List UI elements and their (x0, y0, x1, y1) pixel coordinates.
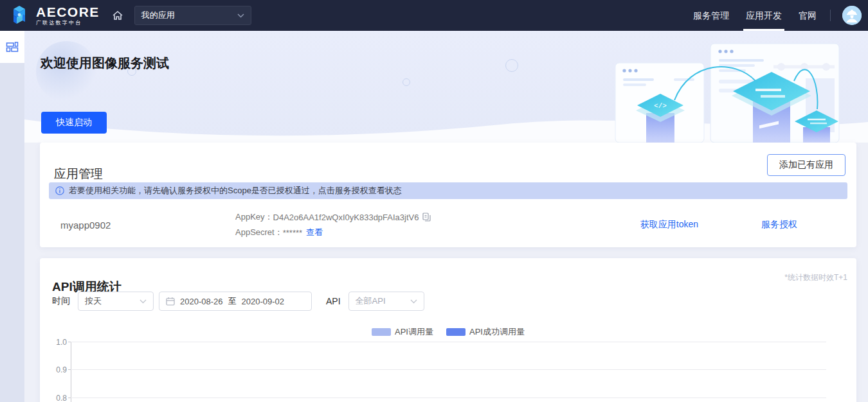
api-select-value: 全部API (356, 295, 386, 307)
y-tick-mark (68, 398, 71, 398)
appkey-value: D4A2o6AA1f2wQxI0yK833dpFAIa3jtV6 (273, 213, 419, 222)
decor-ring (402, 78, 410, 86)
legend-label-api-success-calls: API成功调用量 (469, 326, 525, 338)
stats-data-delay-note: *统计数据时效T+1 (784, 272, 847, 283)
sidebar-item-overview[interactable] (0, 31, 24, 63)
user-avatar[interactable] (842, 6, 862, 25)
brand-logo[interactable]: AECORE 广联达数字中台 (8, 4, 100, 27)
logo-title: AECORE (36, 5, 100, 19)
api-select[interactable]: 全部API (348, 292, 424, 311)
app-management-title: 应用管理 (54, 166, 103, 182)
appsecret-masked: ****** (283, 228, 302, 238)
chevron-down-icon (140, 299, 147, 304)
app-row-actions: 获取应用token 服务授权 (640, 219, 837, 231)
app-credentials: AppKey： D4A2o6AA1f2wQxI0yK833dpFAIa3jtV6… (235, 211, 431, 238)
add-existing-app-button[interactable]: 添加已有应用 (767, 154, 845, 176)
scope-notice-banner: 若要使用相关功能，请先确认服务授权中的Scope是否已授权通过，点击服务授权查看… (49, 182, 847, 199)
stats-filters: 时间 按天 2020-08-26 至 2020-09-02 API (52, 292, 424, 311)
nav-item-official-site[interactable]: 官网 (799, 0, 817, 31)
decor-ring (505, 59, 518, 72)
copy-icon (422, 213, 431, 222)
service-auth-link[interactable]: 服务授权 (761, 219, 797, 231)
gridline: 0.8 (71, 398, 826, 398)
gridline: 1.0 (71, 342, 826, 342)
view-secret-link[interactable]: 查看 (306, 227, 323, 238)
chart-legend: API调用量 API成功调用量 (40, 326, 856, 338)
hero-illustration: </> (613, 41, 841, 143)
api-filter-label: API (326, 296, 341, 306)
top-navbar: AECORE 广联达数字中台 我的应用 服务管理 应用开发 官网 (0, 0, 868, 31)
scope-notice-text: 若要使用相关功能，请先确认服务授权中的Scope是否已授权通过，点击服务授权查看… (69, 185, 402, 197)
app-select-value: 我的应用 (141, 10, 175, 21)
y-tick-mark (68, 369, 71, 370)
left-sidebar (0, 31, 24, 402)
get-app-token-link[interactable]: 获取应用token (640, 219, 698, 231)
appkey-label: AppKey： (235, 211, 273, 223)
app-name: myapp0902 (60, 220, 235, 231)
page-title: 欢迎使用图像服务测试 (41, 55, 169, 72)
info-icon (55, 186, 64, 195)
navbar-menu: 服务管理 应用开发 官网 (685, 0, 868, 31)
logo-subtitle: 广联达数字中台 (36, 21, 100, 26)
legend-item-api-calls[interactable]: API调用量 (372, 326, 433, 338)
y-tick-mark (68, 342, 71, 342)
home-icon (111, 9, 124, 22)
y-tick-label: 0.8 (48, 394, 67, 402)
granularity-value: 按天 (85, 295, 102, 307)
chevron-down-icon (410, 299, 417, 304)
y-axis-line (71, 342, 71, 402)
date-start-value: 2020-08-26 (180, 297, 223, 306)
hardhat-user-icon (842, 6, 862, 25)
chevron-down-icon (237, 13, 244, 18)
legend-label-api-calls: API调用量 (395, 326, 433, 338)
gridline: 0.9 (71, 369, 826, 370)
y-tick-label: 0.9 (48, 365, 67, 374)
dashboard-grid-icon (6, 40, 19, 53)
time-filter-label: 时间 (52, 295, 70, 307)
hero-banner: </> 欢迎使用图像服务测试 快速启动 (24, 31, 868, 143)
svg-text:</>: </> (654, 102, 667, 110)
copy-appkey-button[interactable] (422, 213, 431, 222)
app-context-select[interactable]: 我的应用 (134, 6, 251, 25)
page: AECORE 广联达数字中台 我的应用 服务管理 应用开发 官网 (0, 0, 868, 402)
nav-item-service-management[interactable]: 服务管理 (693, 0, 729, 31)
legend-swatch-api-success-calls (446, 328, 466, 336)
quick-start-button[interactable]: 快速启动 (41, 112, 107, 134)
navbar-divider (830, 10, 831, 21)
granularity-select[interactable]: 按天 (78, 292, 154, 311)
legend-item-api-success-calls[interactable]: API成功调用量 (446, 326, 525, 338)
logo-cube-icon (8, 4, 31, 27)
app-management-card: 应用管理 添加已有应用 若要使用相关功能，请先确认服务授权中的Scope是否已授… (40, 143, 856, 247)
appsecret-label: AppSecret： (235, 227, 283, 238)
date-range-separator: 至 (228, 295, 237, 307)
y-tick-label: 1.0 (48, 338, 67, 347)
app-list-row: myapp0902 AppKey： D4A2o6AA1f2wQxI0yK833d… (60, 209, 837, 240)
api-stats-card: API调用统计 *统计数据时效T+1 时间 按天 2020-08-26 至 (40, 258, 856, 402)
calendar-icon (166, 297, 175, 306)
date-end-value: 2020-09-02 (242, 297, 285, 306)
date-range-input[interactable]: 2020-08-26 至 2020-09-02 (159, 292, 312, 311)
nav-item-app-development[interactable]: 应用开发 (746, 0, 782, 31)
legend-swatch-api-calls (372, 328, 391, 336)
home-button[interactable] (111, 9, 124, 22)
